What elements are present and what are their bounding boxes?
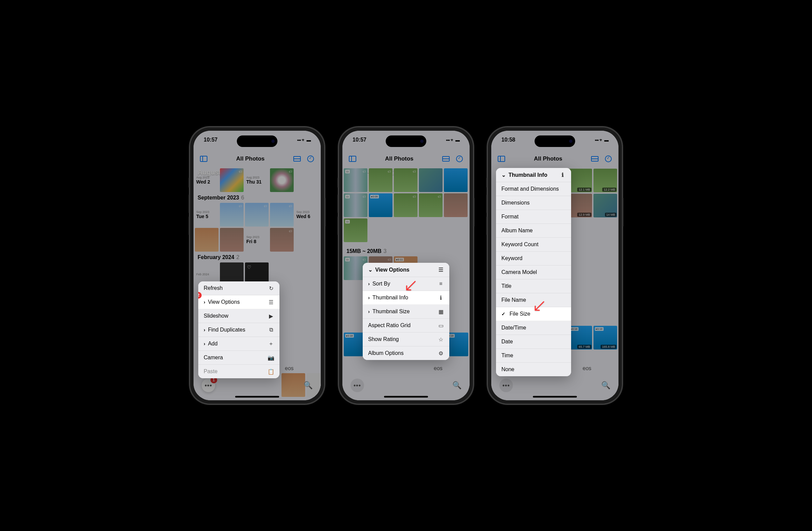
file-size-badge: 12.2 MB xyxy=(602,187,617,192)
menu-view-options[interactable]: ›View Options ☰ 2 xyxy=(198,295,279,309)
menu-header-thumbnail-info[interactable]: ⌄Thumbnail Info ℹ xyxy=(496,168,571,182)
video-thumb[interactable]: ▸0:18165.8 MB xyxy=(593,326,617,349)
video-duration: ▸0:09 xyxy=(370,195,379,198)
menu-title[interactable]: Title xyxy=(496,279,571,293)
dynamic-island xyxy=(535,136,575,147)
file-size-badge: 165.8 MB xyxy=(600,345,617,349)
chevron-right-icon: › xyxy=(204,341,205,347)
photo-thumb[interactable]: 12.2 MB xyxy=(593,169,617,192)
home-indicator[interactable] xyxy=(235,396,279,397)
photo-thumb[interactable]: 🏷 xyxy=(270,228,294,252)
group-count: 3 xyxy=(384,248,387,254)
photo-thumb[interactable]: 🏷 xyxy=(394,193,418,217)
menu-file-size[interactable]: ✓File Size xyxy=(496,307,571,321)
photo-thumb[interactable] xyxy=(444,193,467,217)
select-icon[interactable] xyxy=(306,155,315,163)
menu-slideshow[interactable]: Slideshow ▶ xyxy=(198,309,279,323)
more-button[interactable]: ••• 1 xyxy=(202,379,215,392)
photo-thumb[interactable]: 🏷▭ xyxy=(344,193,367,217)
chevron-down-icon: ⌄ xyxy=(368,266,373,273)
photo-thumb[interactable]: 12.1 MB xyxy=(568,169,592,192)
more-button[interactable]: ••• xyxy=(350,379,364,392)
more-button[interactable]: ••• xyxy=(499,379,513,392)
menu-format-dimensions[interactable]: Format and Dimensions xyxy=(496,182,571,196)
menu-album-options[interactable]: Album Options ⚙ xyxy=(363,347,449,360)
sliders-icon: ☰ xyxy=(268,299,274,305)
menu-dimensions[interactable]: Dimensions xyxy=(496,196,571,210)
menu-sort-by[interactable]: ›Sort By ≡ xyxy=(363,277,449,291)
photo-thumb[interactable] xyxy=(195,228,219,252)
menu-format[interactable]: Format xyxy=(496,210,571,224)
video-duration: ▸0:18 xyxy=(345,334,354,338)
photo-thumb[interactable] xyxy=(444,168,467,192)
photo-thumb[interactable]: 🏷 xyxy=(394,168,418,192)
phone-2: 10:57 ••• ᯤ ▬ All Photos 10MB ~ 15MB 26 … xyxy=(338,127,474,404)
photo-thumb[interactable]: 🏷 xyxy=(245,203,269,226)
menu-time[interactable]: Time xyxy=(496,349,571,363)
menu-album-name[interactable]: Album Name xyxy=(496,224,571,238)
grid-icon: ▦ xyxy=(438,308,444,315)
menu-thumbnail-size[interactable]: ›Thumbnail Size ▦ xyxy=(363,305,449,319)
sidebar-toggle-icon[interactable] xyxy=(497,155,506,163)
menu-date-time[interactable]: Date/Time xyxy=(496,321,571,335)
photo-thumb[interactable]: 🏷 xyxy=(270,203,294,226)
status-time: 10:57 xyxy=(352,137,366,143)
menu-none[interactable]: None xyxy=(496,363,571,376)
power-button xyxy=(325,198,326,226)
select-icon[interactable] xyxy=(455,155,464,163)
select-icon[interactable] xyxy=(604,155,612,163)
copy-icon: ⧉ xyxy=(268,327,274,333)
section-fragment: eos xyxy=(434,365,443,372)
menu-refresh[interactable]: Refresh ↻ xyxy=(198,281,279,295)
home-indicator[interactable] xyxy=(533,396,577,397)
context-menu: Refresh ↻ ›View Options ☰ 2 Slideshow ▶ … xyxy=(198,281,279,378)
menu-camera-model[interactable]: Camera Model xyxy=(496,266,571,279)
volume-down-button xyxy=(188,216,189,235)
photo-thumb[interactable]: 🏷▭ xyxy=(344,168,367,192)
inbox-icon[interactable] xyxy=(442,155,450,163)
sliders-icon: ☰ xyxy=(438,267,444,273)
photo-thumb[interactable]: ▭ xyxy=(344,219,367,242)
menu-date[interactable]: Date xyxy=(496,335,571,349)
refresh-icon: ↻ xyxy=(268,285,274,291)
photo-thumb[interactable] xyxy=(220,228,244,252)
chevron-right-icon: › xyxy=(368,309,370,314)
menu-add[interactable]: ›Add ＋ xyxy=(198,337,279,351)
menu-keyword[interactable]: Keyword xyxy=(496,252,571,266)
photo-thumb[interactable]: 🏷 xyxy=(270,168,294,192)
inbox-icon[interactable] xyxy=(293,155,301,163)
home-indicator[interactable] xyxy=(384,396,428,397)
photo-thumb[interactable]: 14 MB xyxy=(593,194,617,218)
menu-file-name[interactable]: File Name xyxy=(496,293,571,307)
section-header: February 2024 xyxy=(198,254,234,260)
side-button xyxy=(337,178,338,187)
video-thumb[interactable]: ▸0:1865.7 MB xyxy=(568,326,592,349)
menu-aspect-ratio[interactable]: Aspect Ratio Grid ▭ xyxy=(363,319,449,333)
page-title: All Photos xyxy=(236,155,264,162)
photo-thumb[interactable]: 🏷 xyxy=(369,168,392,192)
menu-header-view-options[interactable]: ⌄View Options ☰ xyxy=(363,263,449,277)
photo-thumb[interactable]: 12.9 MB xyxy=(568,194,592,218)
sort-icon: ≡ xyxy=(438,281,444,287)
sidebar-toggle-icon[interactable] xyxy=(348,155,357,163)
menu-find-duplicates[interactable]: ›Find Duplicates ⧉ xyxy=(198,323,279,337)
menu-camera[interactable]: Camera 📷 xyxy=(198,351,279,365)
search-icon[interactable]: 🔍 xyxy=(304,381,313,390)
menu-paste[interactable]: Paste 📋 xyxy=(198,365,279,378)
menu-thumbnail-info[interactable]: ›Thumbnail Info ℹ xyxy=(363,291,449,305)
section-count: 2 xyxy=(236,254,240,260)
photo-thumb[interactable] xyxy=(419,168,443,192)
status-indicators: ••• ᯤ ▬ xyxy=(595,137,608,143)
search-icon[interactable]: 🔍 xyxy=(601,381,610,390)
photo-thumb[interactable]: 🏷 xyxy=(220,168,244,192)
photo-thumb[interactable]: 🏷 xyxy=(419,193,443,217)
menu-keyword-count[interactable]: Keyword Count xyxy=(496,238,571,252)
volume-up-button xyxy=(188,194,189,213)
video-thumb[interactable]: ▸0:09 xyxy=(369,193,392,217)
inbox-icon[interactable] xyxy=(591,155,599,163)
menu-show-rating[interactable]: Show Rating ☆ xyxy=(363,333,449,347)
sidebar-toggle-icon[interactable] xyxy=(200,155,208,163)
chevron-right-icon: › xyxy=(204,299,205,305)
photo-thumb[interactable]: 🏷 xyxy=(220,203,244,226)
search-icon[interactable]: 🔍 xyxy=(452,381,462,390)
